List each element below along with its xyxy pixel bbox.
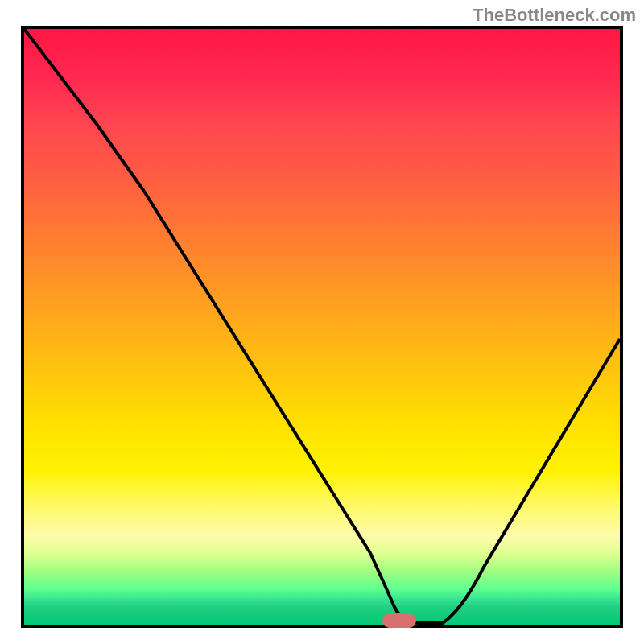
- curve-svg: [24, 29, 620, 625]
- chart-frame: [21, 26, 623, 628]
- optimal-marker: [382, 613, 416, 628]
- chart-container: TheBottleneck.com: [0, 0, 644, 644]
- watermark-text: TheBottleneck.com: [473, 5, 636, 26]
- bottleneck-curve-path: [24, 29, 620, 623]
